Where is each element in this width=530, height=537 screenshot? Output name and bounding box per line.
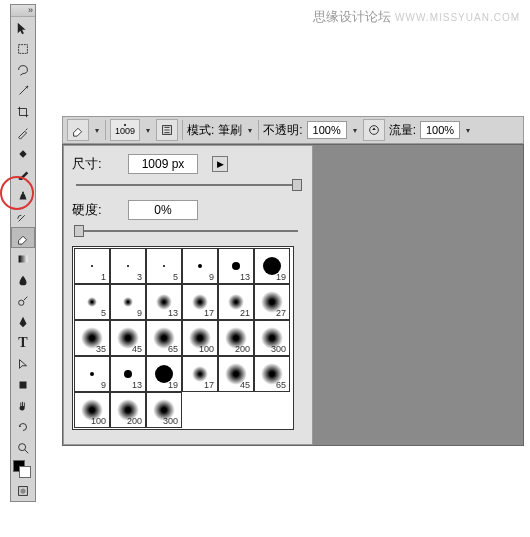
- eraser-tool[interactable]: [11, 227, 35, 248]
- brush-preset[interactable]: 9: [74, 356, 110, 392]
- brush-preset-picker[interactable]: 1009: [110, 119, 140, 141]
- quick-mask-tool[interactable]: [11, 480, 35, 501]
- brush-preset[interactable]: 13: [218, 248, 254, 284]
- brush-preset[interactable]: 35: [74, 320, 110, 356]
- brush-preset[interactable]: 19: [146, 356, 182, 392]
- magic-wand-tool[interactable]: [11, 80, 35, 101]
- brush-preset[interactable]: 1: [74, 248, 110, 284]
- zoom-tool[interactable]: [11, 437, 35, 458]
- hardness-label: 硬度:: [72, 201, 122, 219]
- flyout-menu-icon[interactable]: ▶: [212, 156, 228, 172]
- svg-point-8: [20, 488, 25, 493]
- pen-tool[interactable]: [11, 311, 35, 332]
- blur-tool[interactable]: [11, 269, 35, 290]
- watermark: 思缘设计论坛 WWW.MISSYUAN.COM: [313, 8, 520, 26]
- brush-preset[interactable]: 65: [254, 356, 290, 392]
- svg-rect-3: [19, 255, 28, 262]
- brush-preset[interactable]: 300: [254, 320, 290, 356]
- flow-input[interactable]: [420, 121, 460, 139]
- svg-point-6: [19, 443, 26, 450]
- svg-rect-0: [19, 44, 28, 53]
- crop-tool[interactable]: [11, 101, 35, 122]
- brush-settings-panel: 尺寸: ▶ 硬度: 135913195913172127354565100200…: [63, 145, 313, 445]
- brush-preset[interactable]: 27: [254, 284, 290, 320]
- flow-dropdown[interactable]: ▾: [464, 126, 472, 135]
- size-input[interactable]: [128, 154, 198, 174]
- brush-preset[interactable]: 3: [110, 248, 146, 284]
- brush-preset[interactable]: 5: [74, 284, 110, 320]
- tools-toolbar: » T: [10, 4, 36, 502]
- brush-preset[interactable]: 100: [74, 392, 110, 428]
- mode-dropdown[interactable]: ▾: [246, 126, 254, 135]
- lasso-tool[interactable]: [11, 59, 35, 80]
- brush-preset[interactable]: 45: [218, 356, 254, 392]
- svg-point-4: [19, 300, 24, 305]
- path-select-tool[interactable]: [11, 353, 35, 374]
- brush-preset[interactable]: 300: [146, 392, 182, 428]
- color-swatches[interactable]: [11, 458, 35, 480]
- size-label: 尺寸:: [72, 155, 122, 173]
- brush-preset[interactable]: 5: [146, 248, 182, 284]
- brush-preset-grid: 1359131959131721273545651002003009131917…: [72, 246, 294, 430]
- brush-preset[interactable]: 13: [110, 356, 146, 392]
- pressure-opacity-icon[interactable]: [363, 119, 385, 141]
- background-swatch[interactable]: [19, 466, 31, 478]
- flow-label: 流量:: [389, 122, 416, 139]
- marquee-tool[interactable]: [11, 38, 35, 59]
- brush-dropdown[interactable]: ▾: [144, 126, 152, 135]
- brush-preset[interactable]: 9: [182, 248, 218, 284]
- brush-preset[interactable]: 45: [110, 320, 146, 356]
- dodge-tool[interactable]: [11, 290, 35, 311]
- brush-tool[interactable]: [11, 164, 35, 185]
- move-tool[interactable]: [11, 17, 35, 38]
- hardness-slider[interactable]: [72, 224, 302, 238]
- opacity-label: 不透明:: [263, 122, 302, 139]
- options-bar: ▾ 1009 ▾ 模式: 筆刷 ▾ 不透明: ▾ 流量: ▾: [62, 116, 524, 144]
- workspace-panel: 尺寸: ▶ 硬度: 135913195913172127354565100200…: [62, 144, 524, 446]
- hardness-input[interactable]: [128, 200, 198, 220]
- brush-preset[interactable]: 200: [218, 320, 254, 356]
- toolbar-collapse[interactable]: »: [11, 5, 35, 17]
- watermark-cn: 思缘设计论坛: [313, 9, 391, 24]
- gradient-tool[interactable]: [11, 248, 35, 269]
- svg-point-1: [27, 85, 29, 87]
- mode-label: 模式:: [187, 122, 214, 139]
- watermark-en: WWW.MISSYUAN.COM: [395, 12, 520, 23]
- type-tool[interactable]: T: [11, 332, 35, 353]
- brush-preset[interactable]: 65: [146, 320, 182, 356]
- mode-value: 筆刷: [218, 122, 242, 139]
- eyedropper-tool[interactable]: [11, 122, 35, 143]
- history-brush-tool[interactable]: [11, 206, 35, 227]
- tool-preset-dropdown[interactable]: ▾: [93, 126, 101, 135]
- brush-preset[interactable]: 9: [110, 284, 146, 320]
- svg-rect-5: [20, 381, 27, 388]
- size-slider[interactable]: [72, 178, 302, 192]
- brush-preset[interactable]: 17: [182, 356, 218, 392]
- brush-preset[interactable]: 13: [146, 284, 182, 320]
- brush-preset[interactable]: 200: [110, 392, 146, 428]
- spot-heal-tool[interactable]: [11, 143, 35, 164]
- hand-tool[interactable]: [11, 395, 35, 416]
- rotate-view-tool[interactable]: [11, 416, 35, 437]
- rectangle-tool[interactable]: [11, 374, 35, 395]
- brush-preset[interactable]: 19: [254, 248, 290, 284]
- brush-preset[interactable]: 100: [182, 320, 218, 356]
- opacity-dropdown[interactable]: ▾: [351, 126, 359, 135]
- brush-panel-toggle[interactable]: [156, 119, 178, 141]
- canvas-area[interactable]: [313, 145, 523, 445]
- clone-stamp-tool[interactable]: [11, 185, 35, 206]
- svg-rect-2: [19, 150, 26, 157]
- brush-preset[interactable]: 17: [182, 284, 218, 320]
- brush-preset[interactable]: 21: [218, 284, 254, 320]
- eraser-icon[interactable]: [67, 119, 89, 141]
- opacity-input[interactable]: [307, 121, 347, 139]
- brush-size-display: 1009: [115, 126, 135, 136]
